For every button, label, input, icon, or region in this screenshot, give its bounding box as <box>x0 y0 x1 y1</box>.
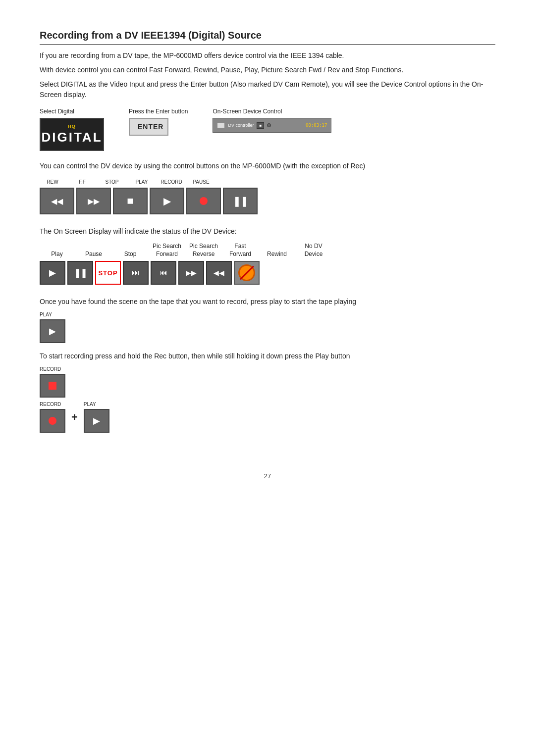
combo-play-label: PLAY <box>84 402 109 407</box>
status-label-fast-fwd: FastForward <box>223 243 258 258</box>
status-label-rewind: Rewind <box>260 251 294 258</box>
record-combo-row: RECORD + PLAY ▶ <box>40 402 495 433</box>
intro-para-2: With device control you can control Fast… <box>40 65 495 75</box>
play-section-icon: ▶ <box>49 326 56 337</box>
record-section-icon: ● <box>49 382 56 390</box>
pause-button[interactable]: ❚❚ <box>223 188 258 214</box>
status-labels-row: Play Pause Stop Pic SearchForward Pic Se… <box>40 243 495 258</box>
play-section-label: PLAY <box>40 312 495 317</box>
record-label: RECORD <box>159 179 184 185</box>
ff-button[interactable]: ▶▶ <box>76 188 111 214</box>
play-icon: ▶ <box>163 195 171 207</box>
rew-button[interactable]: ◀◀ <box>40 188 74 214</box>
page-title: Recording from a DV IEEE1394 (Digital) S… <box>40 30 495 45</box>
rew-icon: ◀◀ <box>51 197 63 206</box>
pause-label: PAUSE <box>188 179 214 185</box>
status-pause-icon: ❚❚ <box>67 261 93 285</box>
stop-label: STOP <box>99 179 125 185</box>
status-label-play: Play <box>40 251 74 258</box>
status-fast-fwd-icon: ▶▶ <box>178 261 204 285</box>
transport-row: ◀◀ ▶▶ ■ ▶ ❚❚ <box>40 188 495 214</box>
combo-record-icon <box>49 417 56 425</box>
combo-play-icon: ▶ <box>93 415 100 426</box>
status-picsearch-fwd-icon: ⏭ <box>123 261 149 285</box>
digital-text: DIGITAL <box>41 130 102 145</box>
record-section: To start recording press and hold the Re… <box>40 351 495 433</box>
dv-controller-label: DV controller <box>228 123 254 128</box>
play-section-button[interactable]: ▶ <box>40 319 65 343</box>
status-picsearch-rev-icon: ⏮ <box>151 261 176 285</box>
page-number: 27 <box>40 472 495 480</box>
onscreen-dot <box>267 123 271 127</box>
plus-sign: + <box>71 411 78 424</box>
select-digital-label: Select Digital <box>40 108 74 115</box>
status-play-icon: ▶ <box>40 261 65 285</box>
enter-button: ENTER <box>129 118 168 136</box>
record-button[interactable] <box>186 188 221 214</box>
status-label-stop: Stop <box>113 251 148 258</box>
status-label-picsearch-rev: Pic SearchReverse <box>186 243 221 258</box>
status-icons-row: ▶ ❚❚ STOP ⏭ ⏮ ▶▶ ◀◀ <box>40 261 495 285</box>
ff-icon: ▶▶ <box>88 197 100 206</box>
status-no-dv-icon <box>234 261 260 285</box>
status-label-picsearch-fwd: Pic SearchForward <box>150 243 184 258</box>
play-section: Once you have found the scene on the tap… <box>40 297 495 343</box>
combo-play-button[interactable]: ▶ <box>84 409 109 433</box>
record-section-desc: To start recording press and hold the Re… <box>40 351 495 361</box>
hq-label: HQ <box>68 124 76 129</box>
no-dv-circle <box>238 264 255 281</box>
transport-labels-row: REW F.F STOP PLAY RECORD PAUSE <box>40 179 495 185</box>
record-section-button[interactable]: ● <box>40 374 65 398</box>
onscreen-bar: DV controller ■ 00:03:17 <box>213 118 331 133</box>
rew-label: REW <box>40 179 65 185</box>
control-desc: You can control the DV device by using t… <box>40 161 495 171</box>
status-label-no-dv: No DVDevice <box>296 243 331 258</box>
ff-label: F.F <box>69 179 95 185</box>
play-label: PLAY <box>129 179 155 185</box>
press-enter-label: Press the Enter button <box>129 108 188 115</box>
digital-button: HQ DIGITAL <box>40 118 104 151</box>
status-stop-icon: STOP <box>95 261 121 285</box>
combo-record-button[interactable] <box>40 409 65 433</box>
combo-record-label: RECORD <box>40 402 65 407</box>
record-icon <box>200 197 208 205</box>
intro-para-3: Select DIGITAL as the Video Input and pr… <box>40 79 495 100</box>
on-screen-label: On-Screen Device Control <box>213 108 282 115</box>
intro-para-1: If you are recording from a DV tape, the… <box>40 50 495 61</box>
onscreen-time: 00:03:17 <box>306 123 327 128</box>
stop-icon: ■ <box>127 195 133 207</box>
record-section-label1: RECORD <box>40 366 495 372</box>
play-button[interactable]: ▶ <box>150 188 184 214</box>
play-section-desc: Once you have found the scene on the tap… <box>40 297 495 307</box>
pause-icon: ❚❚ <box>233 195 248 207</box>
status-rewind-icon: ◀◀ <box>206 261 232 285</box>
status-desc: The On Screen Display will indicate the … <box>40 226 495 237</box>
stop-button[interactable]: ■ <box>113 188 148 214</box>
tv-icon <box>217 122 225 128</box>
status-label-pause: Pause <box>76 251 111 258</box>
onscreen-stop-btn: ■ <box>257 122 264 129</box>
